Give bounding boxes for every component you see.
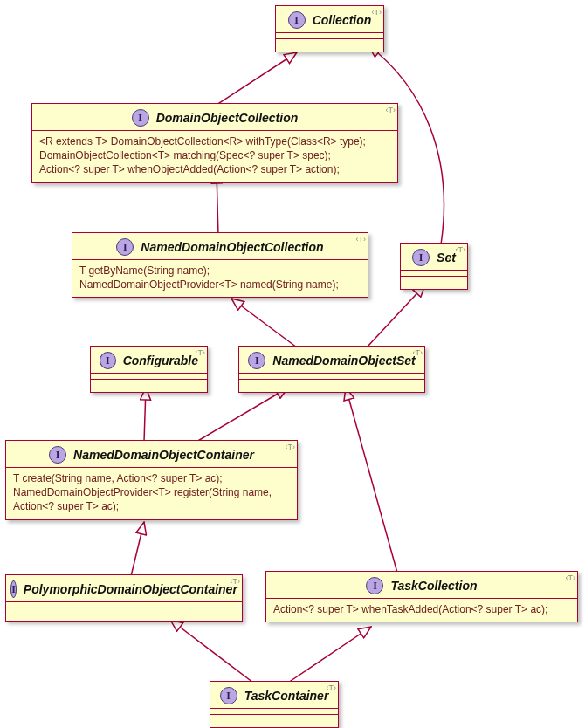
interface-icon: I xyxy=(288,11,306,29)
edge-ndocont-configurable xyxy=(144,388,146,442)
edge-ndos-ndoc xyxy=(231,299,297,347)
member: T create(String name, Action<? super T> … xyxy=(13,471,290,485)
interface-icon: I xyxy=(100,352,116,369)
node-title: NamedDomainObjectContainer xyxy=(73,448,254,462)
uml-diagram: ‹T› I Collection ‹T› I DomainObjectColle… xyxy=(0,0,585,728)
node-named-domain-object-container: ‹T› I NamedDomainObjectContainer T creat… xyxy=(5,440,298,520)
edge-taskcont-taskcoll xyxy=(288,627,371,683)
interface-icon: I xyxy=(248,352,265,369)
member: NamedDomainObjectProvider<T> named(Strin… xyxy=(79,278,361,292)
edge-doc-collection xyxy=(217,52,297,105)
interface-icon: I xyxy=(116,238,134,256)
interface-icon: I xyxy=(10,580,17,598)
node-title: NamedDomainObjectCollection xyxy=(141,240,323,254)
interface-icon: I xyxy=(132,109,149,127)
node-configurable: ‹T› I Configurable xyxy=(90,346,208,393)
node-set: ‹T› I Set xyxy=(400,243,468,290)
node-title: Collection xyxy=(313,13,372,27)
node-named-domain-object-set: ‹T› I NamedDomainObjectSet xyxy=(238,346,425,393)
edge-poly-ndocont xyxy=(131,522,144,576)
interface-icon: I xyxy=(220,687,237,704)
node-title: TaskContainer xyxy=(244,689,329,703)
interface-icon: I xyxy=(366,577,383,594)
node-collection: ‹T› I Collection xyxy=(275,5,384,52)
member: NamedDomainObjectProvider<T> register(St… xyxy=(13,485,290,499)
node-domain-object-collection: ‹T› I DomainObjectCollection <R extends … xyxy=(31,103,398,183)
interface-icon: I xyxy=(412,249,430,266)
edge-ndocont-ndos xyxy=(196,388,288,442)
member: Action<? super T> whenTaskAdded(Action<?… xyxy=(273,602,570,616)
node-named-domain-object-collection: ‹T› I NamedDomainObjectCollection T getB… xyxy=(72,232,368,298)
node-title: Set xyxy=(437,251,456,264)
node-polymorphic-domain-object-container: ‹T› I PolymorphicDomainObjectContainer xyxy=(5,574,243,622)
member: <R extends T> DomainObjectCollection<R> … xyxy=(39,134,390,148)
node-title: DomainObjectCollection xyxy=(156,111,299,125)
node-title: PolymorphicDomainObjectContainer xyxy=(24,582,237,596)
interface-icon: I xyxy=(49,446,66,464)
node-title: TaskCollection xyxy=(390,579,477,593)
node-task-container: ‹T› I TaskContainer xyxy=(210,681,339,728)
member: T getByName(String name); xyxy=(79,264,361,278)
edge-ndos-set xyxy=(367,285,425,347)
node-title: Configurable xyxy=(123,354,198,367)
edge-taskcont-poly xyxy=(170,620,253,683)
node-title: NamedDomainObjectSet xyxy=(272,354,415,367)
node-task-collection: ‹T› I TaskCollection Action<? super T> w… xyxy=(265,571,578,622)
member: Action<? super T> whenObjectAdded(Action… xyxy=(39,162,390,176)
member: Action<? super T> ac); xyxy=(13,499,290,513)
edge-taskcoll-ndos xyxy=(346,388,397,573)
member: DomainObjectCollection<T> matching(Spec<… xyxy=(39,148,390,162)
